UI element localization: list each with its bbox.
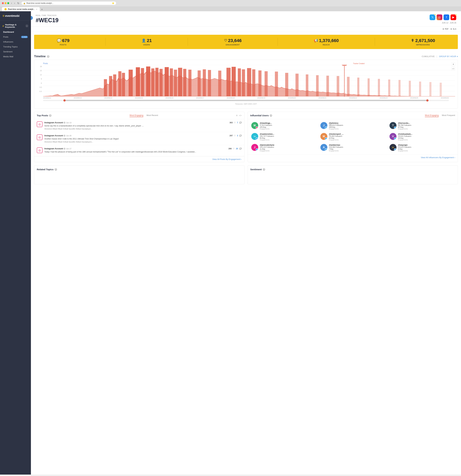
user-item-9: W 𝕏 @wayrape 23,623 Followers 6 [387, 142, 456, 153]
post-author-info-2[interactable]: i [64, 135, 66, 137]
posts-label: POSTS [57, 44, 70, 46]
svg-rect-25 [178, 68, 182, 96]
group-by-hour-control[interactable]: GROUP BY HOUR ▾ [439, 55, 458, 58]
user-item-6: V 𝕏 @visitsaskato... 19,541 Followers [387, 131, 456, 142]
user-handle-4[interactable]: @seetoronton... [260, 133, 316, 135]
svg-rect-14 [122, 73, 125, 96]
forward-btn[interactable]: › [14, 1, 16, 5]
xls-export-btn[interactable]: ⬇ XLS [450, 28, 456, 30]
user-handle-9[interactable]: @wayrape [398, 144, 454, 146]
tab-most-engaging[interactable]: Most Engaging [130, 114, 143, 117]
view-all-influencers-link[interactable]: View All Influencers By Engagement › [248, 154, 458, 160]
chart-code-btn[interactable]: </> [451, 67, 455, 71]
svg-rect-31 [218, 71, 221, 96]
post-author-info-1[interactable]: i [64, 122, 66, 124]
post-tags-1: #trickshot #8ball #9ball #10ball #poolli… [44, 128, 242, 130]
sidebar-item-mediawall[interactable]: Media Wall [0, 54, 31, 59]
chart-scrollbar[interactable] [43, 100, 449, 101]
svg-rect-26 [183, 69, 186, 96]
new-tab-btn[interactable]: + [40, 8, 44, 11]
sidebar-item-sentiment[interactable]: Sentiment [0, 49, 31, 54]
posts-panel-title: Top Posts ? [37, 114, 51, 117]
stat-posts: 💬 679 POSTS [57, 38, 70, 46]
timeline-info-icon[interactable]: ? [47, 55, 49, 58]
view-all-posts-link[interactable]: View All Posts By Engagement › [34, 156, 244, 162]
reload-btn[interactable]: ↻ [17, 1, 20, 5]
app-container: ≡ eventmobi # Hashtags & Keywords ∧ Dash… [0, 11, 461, 475]
svg-rect-24 [174, 70, 177, 96]
pdf-export-btn[interactable]: ⬇ PDF [443, 28, 448, 30]
user-followers-2: 286,813 Followers [329, 124, 385, 126]
minimize-btn[interactable] [5, 2, 7, 4]
collapse-btn[interactable]: ∧ [25, 24, 28, 27]
post-author-2: Instagram Account i Jun 20 [44, 134, 71, 137]
scrollbar-right-handle[interactable] [426, 99, 428, 102]
main-content: ‹ REAL-TIME TRACKER: #WEC19 𝕏 ◎ [31, 11, 461, 475]
svg-rect-42 [296, 74, 298, 96]
chart-container: 18 15 12 9 6 3.0 0.0 Posts Tracker Creat… [34, 60, 458, 109]
tab-most-recent[interactable]: Most Recent [147, 114, 158, 117]
user-eng-label-8: Engagements [329, 150, 385, 152]
post-author-info-3[interactable]: i [64, 148, 66, 150]
chart-download-btn[interactable]: ⬇ [451, 62, 455, 66]
user-item-7: J 𝕏 @jennvalentyne 143,122 Followers [249, 142, 318, 153]
sentiment-info-icon[interactable]: ? [263, 168, 265, 171]
maximize-btn[interactable] [7, 2, 9, 4]
user-handle-8[interactable]: @ambermac [329, 144, 385, 146]
user-handle-7[interactable]: @jennvalentyne [260, 144, 316, 146]
x-label-9: 2019/06/21 [319, 97, 326, 99]
facebook-icon[interactable]: f [444, 14, 449, 20]
posts-code-btn[interactable]: </> [239, 114, 242, 117]
engagement-value: 23,646 [228, 38, 242, 43]
sidebar-item-trending[interactable]: Trending Topics [0, 44, 31, 49]
cumulative-control[interactable]: CUMULATIVE [422, 55, 435, 58]
download-icon-xls: ⬇ [450, 28, 452, 30]
scrollbar-left-handle[interactable] [63, 99, 66, 102]
user-handle-1[interactable]: @meetingp... [260, 122, 316, 124]
related-topics-info-icon[interactable]: ? [55, 168, 57, 171]
sidebar-item-posts[interactable]: Posts 2,418 [0, 34, 31, 39]
svg-rect-52 [399, 80, 401, 96]
user-avg-7: 11 Avg [260, 148, 316, 150]
tab-users-frequent[interactable]: Most Frequent [442, 114, 455, 117]
user-avatar-3: T 𝕏 [389, 122, 396, 129]
tab-close-icon[interactable]: ✕ [36, 8, 37, 10]
svg-rect-40 [275, 72, 278, 96]
related-sentiment-row: Related Topics ? Sentiment ? [31, 165, 461, 187]
twitter-icon[interactable]: 𝕏 [430, 14, 435, 20]
stat-divider-1 [105, 38, 106, 46]
users-grid: M ◎ @meetingp... 5,753 Followers [248, 119, 458, 154]
user-platform-badge-4: 𝕏 [256, 137, 258, 140]
sentiment-title: Sentiment ? [250, 168, 455, 171]
users-info-icon[interactable]: ? [270, 114, 272, 117]
post-author-1: Instagram Account i Jun 13 [44, 121, 71, 124]
close-btn[interactable] [2, 2, 4, 4]
youtube-icon[interactable]: ▶ [451, 14, 456, 20]
back-btn[interactable]: ‹ [10, 1, 13, 5]
sidebar-section-header[interactable]: # Hashtags & Keywords ∧ [0, 22, 31, 30]
post-content-2: Instagram Account i Jun 20 297 ♡ 3 💬 [44, 134, 242, 143]
post-stats-1: 363 ♡ 7 💬 [230, 121, 242, 124]
svg-rect-50 [378, 79, 380, 96]
user-info-3: @torrucotu... 96,768 Followers 67 Avg En… [398, 122, 454, 130]
user-handle-6[interactable]: @visitsaskato... [398, 133, 454, 135]
content-header: REAL-TIME TRACKER: #WEC19 𝕏 ◎ f [31, 11, 461, 27]
tab-users-engaging[interactable]: Most Engaging [425, 114, 439, 117]
instagram-icon[interactable]: ◎ [436, 14, 442, 20]
posts-download-btn[interactable]: ⬇ [236, 114, 238, 117]
user-handle-2[interactable]: @johntory [329, 122, 385, 124]
impressions-icon: 🎙 [411, 39, 414, 43]
sidebar-item-influencers[interactable]: Influencers [0, 39, 31, 44]
posts-info-icon[interactable]: ? [49, 114, 51, 117]
active-tab[interactable]: ⚡ Real-time social media analyti... ✕ [2, 7, 40, 11]
svg-rect-41 [285, 73, 288, 96]
instagram-post-icon-1: ◎ [37, 121, 42, 127]
user-handle-5[interactable]: @motorsport_... [329, 133, 385, 135]
sidebar-item-dashboard[interactable]: Dashboard [0, 30, 31, 34]
svg-rect-38 [258, 70, 261, 96]
address-bar[interactable]: 🔒 Real-time social media analyti... ⭐ [21, 1, 116, 5]
user-handle-3[interactable]: @torrucotu... [398, 122, 454, 124]
users-icon: 👤 [141, 39, 146, 43]
stat-engagement: ♡ 23,646 ENGAGEMENT [224, 38, 242, 46]
scrollbar-handle[interactable] [63, 100, 428, 101]
